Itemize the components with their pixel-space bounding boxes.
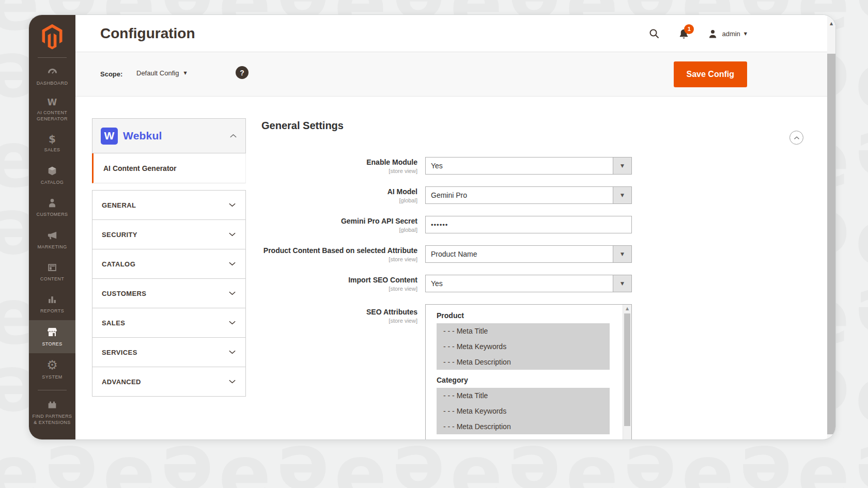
multiselect-option[interactable]: - - - Meta Title [437, 323, 610, 339]
sidebar-divider [38, 390, 67, 390]
field-scope-note: [global] [261, 197, 417, 203]
import-seo-content-select[interactable]: Yes ▼ [425, 275, 632, 292]
sidebar-item-content[interactable]: CONTENT [29, 256, 75, 288]
field-scope-note: [store view] [261, 256, 417, 262]
field-label: AI Model [261, 187, 417, 197]
customers-person-icon [47, 197, 58, 209]
chevron-down-icon [228, 261, 236, 266]
sidebar-item-dashboard[interactable]: DASHBOARD [29, 60, 75, 92]
select-caret-icon: ▼ [613, 275, 631, 292]
multiselect-option[interactable]: - - - Meta Description [437, 354, 610, 370]
admin-window: DASHBOARD W AI CONTENT GENERATOR $ SALES… [28, 14, 836, 440]
sidebar-item-marketing[interactable]: MARKETING [29, 224, 75, 256]
field-row-enable-module: Enable Module [store view] Yes ▼ [261, 157, 685, 175]
webkul-section-header[interactable]: W Webkul [92, 118, 246, 153]
chevron-down-icon [228, 379, 236, 384]
sidebar-item-find-partners-extensions[interactable]: FIND PARTNERS & EXTENSIONS [29, 393, 75, 432]
collapse-section-icon[interactable] [789, 131, 803, 145]
scrollbar-thumb[interactable] [624, 313, 630, 426]
ai-model-select[interactable]: Gemini Pro ▼ [425, 186, 632, 204]
search-icon[interactable] [648, 27, 660, 40]
config-section-catalog[interactable]: CATALOG [92, 249, 245, 279]
admin-account-menu[interactable]: admin ▼ [707, 28, 747, 39]
config-section-sales[interactable]: SALES [92, 308, 245, 338]
field-label: Product Content Based on selected Attrib… [261, 246, 417, 256]
extensions-brick-icon [47, 399, 58, 411]
admin-username: admin [722, 30, 740, 38]
field-row-product-content-attribute: Product Content Based on selected Attrib… [261, 245, 685, 263]
config-section-customers[interactable]: CUSTOMERS [92, 279, 245, 308]
scope-help-icon[interactable]: ? [236, 66, 249, 79]
config-section-security[interactable]: SECURITY [92, 220, 245, 249]
scroll-up-arrow-icon[interactable]: ▲ [623, 306, 631, 311]
scope-value: Default Config [136, 69, 179, 77]
webkul-w-icon: W [48, 98, 57, 107]
page-scrollbar[interactable]: ▲ [827, 15, 835, 439]
sidebar-item-system[interactable]: ⚙ SYSTEM [29, 353, 75, 386]
field-scope-note: [store view] [261, 168, 417, 174]
chevron-down-icon [228, 202, 236, 208]
reports-chart-icon [47, 294, 58, 305]
notifications-bell-icon[interactable]: 1 [678, 28, 690, 40]
select-caret-icon: ▼ [613, 246, 631, 262]
select-caret-icon: ▼ [613, 158, 631, 174]
field-scope-note: [store view] [261, 318, 417, 324]
stores-storefront-icon [46, 326, 58, 338]
config-nav-panel: W Webkul AI Content Generator GENERAL SE… [92, 118, 246, 397]
page-title: Configuration [100, 15, 195, 52]
field-label: Enable Module [261, 158, 417, 167]
sidebar-item-catalog[interactable]: CATALOG [29, 160, 75, 192]
enable-module-select[interactable]: Yes ▼ [425, 157, 632, 175]
gemini-api-secret-input[interactable] [425, 216, 632, 233]
scrollbar-thumb[interactable] [827, 54, 835, 434]
scope-switcher-dropdown[interactable]: Default Config ▼ [136, 69, 187, 77]
scope-label: Scope: [100, 70, 122, 78]
optgroup-label-product: Product [437, 311, 610, 320]
sidebar-item-stores[interactable]: STORES [29, 320, 75, 353]
catalog-box-icon [47, 165, 58, 177]
sidebar-divider [38, 57, 67, 58]
magento-logo-icon[interactable] [40, 23, 64, 50]
config-section-advanced[interactable]: ADVANCED [92, 367, 245, 397]
webkul-brand-name: Webkul [123, 130, 162, 142]
field-row-import-seo-content: Import SEO Content [store view] Yes ▼ [261, 275, 685, 292]
chevron-up-icon [229, 133, 237, 138]
field-label: Gemini Pro API Secret [261, 216, 417, 226]
config-section-services[interactable]: SERVICES [92, 338, 245, 367]
product-attribute-select[interactable]: Product Name ▼ [425, 245, 632, 263]
chevron-down-icon [228, 232, 236, 237]
notification-count-badge: 1 [684, 24, 694, 34]
chevron-down-icon: ▼ [183, 71, 187, 75]
seo-attributes-multiselect[interactable]: Product - - - Meta Title - - - Meta Keyw… [425, 304, 632, 440]
scroll-up-arrow-icon[interactable]: ▲ [827, 21, 835, 26]
sidebar-item-reports[interactable]: REPORTS [29, 288, 75, 320]
chevron-down-icon: ▼ [744, 32, 747, 36]
multiselect-option[interactable]: - - - Meta Title [437, 388, 610, 403]
sidebar-item-sales[interactable]: $ SALES [29, 128, 75, 159]
chevron-down-icon [228, 320, 236, 325]
multiselect-option[interactable]: - - - Meta Description [437, 419, 610, 434]
sidebar-item-customers[interactable]: CUSTOMERS [29, 192, 75, 224]
config-nav-item-ai-content-generator[interactable]: AI Content Generator [92, 153, 246, 183]
field-label: SEO Attributes [261, 307, 417, 317]
field-scope-note: [store view] [261, 286, 417, 292]
sidebar-item-ai-content-generator[interactable]: W AI CONTENT GENERATOR [29, 92, 75, 128]
chevron-down-icon [228, 291, 236, 296]
field-row-seo-attributes: SEO Attributes [store view] Product - - … [261, 304, 685, 440]
multiselect-option[interactable]: - - - Meta Keywords [437, 339, 610, 354]
field-label: Import SEO Content [261, 275, 417, 285]
config-section-general[interactable]: GENERAL [92, 191, 245, 220]
field-scope-note: [global] [261, 227, 417, 233]
system-gear-icon: ⚙ [47, 359, 58, 371]
dashboard-icon [47, 66, 58, 77]
panel-gap [92, 183, 246, 190]
chevron-down-icon [228, 350, 236, 355]
multiselect-scrollbar[interactable]: ▲ [623, 305, 631, 440]
config-section-list: GENERAL SECURITY CATALOG CUSTOMERS SALES… [92, 190, 246, 397]
multiselect-option[interactable]: - - - Meta Keywords [437, 403, 610, 419]
save-config-button[interactable]: Save Config [674, 61, 747, 87]
page-header: Configuration 1 admin ▼ [75, 15, 835, 52]
section-title: General Settings [261, 120, 344, 132]
webkul-logo-icon: W [101, 128, 118, 145]
dollar-icon: $ [49, 134, 56, 144]
